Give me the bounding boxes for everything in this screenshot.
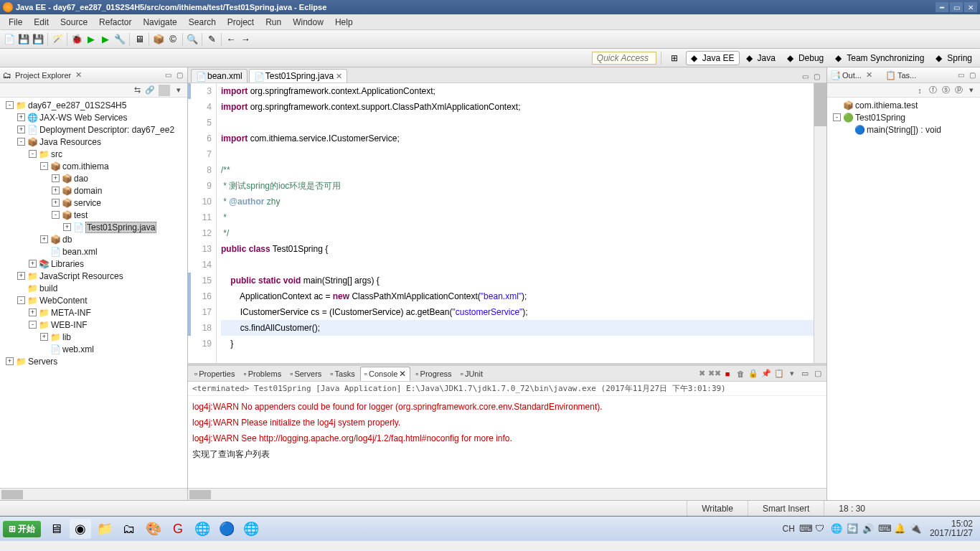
- expander-icon[interactable]: -: [17, 296, 25, 304]
- item-label[interactable]: WEB-INF: [51, 320, 88, 330]
- new-class-icon[interactable]: ©: [166, 33, 179, 46]
- show-desktop-icon[interactable]: 🖥: [45, 519, 67, 539]
- search-icon[interactable]: 🔍: [186, 33, 199, 46]
- maximize-button[interactable]: ▭: [950, 2, 963, 12]
- toggle-mark-icon[interactable]: ✎: [205, 33, 218, 46]
- console-output[interactable]: log4j:WARN No appenders could be found f…: [188, 396, 826, 488]
- view-minimize-icon[interactable]: ▭: [163, 70, 173, 80]
- tree-node[interactable]: -📦test: [0, 209, 187, 221]
- item-label[interactable]: JAX-WS Web Services: [39, 113, 127, 123]
- project-tree[interactable]: -📁day67_ee287_01S2S4H5+🌐JAX-WS Web Servi…: [0, 98, 187, 488]
- folder-task-icon[interactable]: 🗂: [118, 519, 140, 539]
- item-label[interactable]: db: [62, 235, 72, 245]
- forward-icon[interactable]: →: [239, 33, 252, 46]
- close-button[interactable]: ✕: [964, 2, 977, 12]
- tray-keyboard-icon[interactable]: ⌨: [799, 523, 811, 534]
- view-maximize-icon[interactable]: ▢: [174, 70, 184, 80]
- expander-icon[interactable]: +: [40, 333, 48, 341]
- remove-all-icon[interactable]: ✖✖: [709, 368, 720, 380]
- item-label[interactable]: bean.xml: [62, 247, 98, 257]
- tray-security-icon[interactable]: 🛡: [815, 523, 826, 534]
- vertical-scrollbar[interactable]: [814, 83, 826, 363]
- new-icon[interactable]: 📄: [3, 33, 16, 46]
- item-label[interactable]: JavaScript Resources: [39, 271, 123, 281]
- menu-run[interactable]: Run: [260, 16, 287, 29]
- close-icon[interactable]: ✕: [399, 369, 406, 379]
- expander-icon[interactable]: -: [17, 138, 25, 146]
- item-label[interactable]: service: [74, 198, 101, 208]
- item-label[interactable]: com.ithiema: [62, 161, 109, 171]
- tree-node[interactable]: +📦db: [0, 233, 187, 245]
- display-selected-icon[interactable]: 📋: [773, 368, 785, 380]
- horizontal-scrollbar[interactable]: [0, 488, 187, 500]
- save-icon[interactable]: 💾: [17, 33, 30, 46]
- outline-node[interactable]: 🔵main(String[]) : void: [827, 123, 980, 136]
- tree-node[interactable]: +📁META-INF: [0, 306, 187, 319]
- start-button[interactable]: ⊞ 开始: [3, 521, 41, 537]
- item-label[interactable]: src: [51, 149, 62, 159]
- browser2-task-icon[interactable]: 🔵: [216, 519, 237, 539]
- editor-minimize-icon[interactable]: ▭: [802, 72, 812, 83]
- outline-node[interactable]: 📦com.ithiema.test: [827, 99, 980, 111]
- filter-static-icon[interactable]: ⓢ: [940, 85, 951, 96]
- tree-node[interactable]: +📁lib: [0, 331, 187, 343]
- system-clock[interactable]: 15:02 2017/11/27: [925, 519, 977, 538]
- view-close-icon[interactable]: ✕: [75, 70, 82, 80]
- menu-window[interactable]: Window: [287, 16, 329, 29]
- quick-access-input[interactable]: [592, 52, 656, 65]
- expander-icon[interactable]: -: [6, 101, 14, 109]
- menu-navigate[interactable]: Navigate: [137, 16, 182, 29]
- expander-icon[interactable]: +: [17, 113, 25, 121]
- expander-icon[interactable]: -: [29, 321, 37, 329]
- item-label[interactable]: Libraries: [51, 259, 84, 269]
- tray-network-icon[interactable]: 🌐: [831, 523, 842, 534]
- expander-icon[interactable]: +: [63, 223, 71, 231]
- open-perspective-button[interactable]: ⊞: [666, 51, 683, 65]
- item-label[interactable]: build: [39, 283, 57, 293]
- view-maximize-icon[interactable]: ▢: [812, 368, 824, 380]
- menu-source[interactable]: Source: [55, 16, 93, 29]
- item-label[interactable]: day67_ee287_01S2S4H5: [28, 100, 126, 110]
- minimize-button[interactable]: ━: [936, 2, 948, 12]
- tree-node[interactable]: -📁src: [0, 148, 187, 160]
- tray-updates-icon[interactable]: 🔔: [894, 523, 905, 534]
- expander-icon[interactable]: +: [52, 199, 60, 207]
- expander-icon[interactable]: +: [29, 260, 37, 268]
- tray-kb2-icon[interactable]: ⌨: [878, 523, 890, 534]
- new-package-icon[interactable]: 📦: [152, 33, 165, 46]
- view-minimize-icon[interactable]: ▭: [799, 368, 811, 380]
- sort-icon[interactable]: ↕: [914, 85, 925, 96]
- item-label[interactable]: dao: [74, 174, 88, 184]
- tray-volume-icon[interactable]: 🔊: [862, 523, 874, 534]
- tree-node[interactable]: +📁JavaScript Resources: [0, 270, 187, 282]
- view-maximize-icon[interactable]: ▢: [967, 70, 977, 80]
- item-label[interactable]: Servers: [28, 357, 57, 367]
- notes-task-icon[interactable]: G: [167, 519, 189, 539]
- back-icon[interactable]: ←: [225, 33, 237, 46]
- eclipse-task-icon[interactable]: ◉: [70, 519, 91, 539]
- bottom-tab-servers[interactable]: ▫Servers: [286, 367, 325, 380]
- item-label[interactable]: Test01Spring.java: [85, 222, 156, 233]
- tree-node[interactable]: +📁Servers: [0, 355, 187, 367]
- clear-console-icon[interactable]: 🗑: [735, 368, 746, 380]
- editor-maximize-icon[interactable]: ▢: [814, 72, 824, 83]
- tray-power-icon[interactable]: 🔌: [910, 523, 921, 534]
- remove-terminated-icon[interactable]: ✖: [696, 368, 707, 380]
- view-minimize-icon[interactable]: ▭: [956, 70, 966, 80]
- tree-node[interactable]: -📁WebContent: [0, 294, 187, 306]
- expander-icon[interactable]: +: [52, 187, 60, 194]
- outline-node[interactable]: -🟢Test01Spring: [827, 111, 980, 123]
- ime-indicator[interactable]: CH: [783, 524, 795, 534]
- menu-project[interactable]: Project: [222, 16, 260, 29]
- item-label[interactable]: test: [74, 210, 88, 220]
- tree-node[interactable]: +📦service: [0, 197, 187, 209]
- editor-tab[interactable]: 📄Test01Spring.java✕: [249, 69, 347, 83]
- horizontal-scrollbar[interactable]: [188, 488, 826, 500]
- tree-node[interactable]: +📦dao: [0, 172, 187, 184]
- wizard-icon[interactable]: 🪄: [51, 33, 64, 46]
- bottom-tab-junit[interactable]: ▫JUnit: [457, 367, 486, 380]
- expander-icon[interactable]: -: [40, 162, 48, 170]
- tree-node[interactable]: +🌐JAX-WS Web Services: [0, 111, 187, 123]
- bottom-tab-problems[interactable]: ▫Problems: [240, 367, 285, 380]
- expander-icon[interactable]: -: [29, 150, 37, 158]
